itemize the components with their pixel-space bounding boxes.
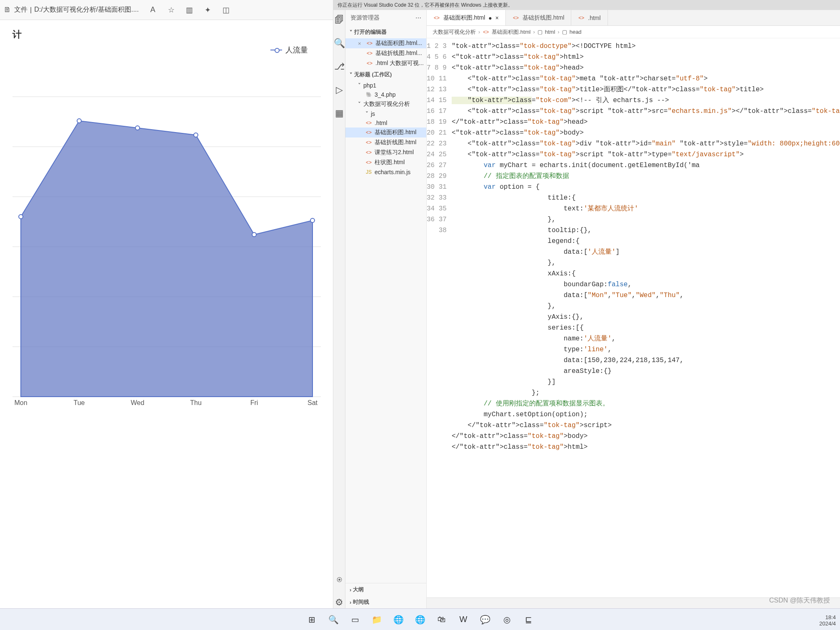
tab-bar: <> 基础面积图.html ● × <> 基础折线图.html <> .html xyxy=(427,10,840,26)
file-tree: ˅ php1 🐘 3_4.php ˅ 大数据可视化分析 ˅ js <> . xyxy=(345,81,426,177)
windows-taskbar: ⊞ 🔍 ▭ 📁 🌐 🌐 🛍 W 💬 ◎ ⊑ xyxy=(0,608,840,630)
svg-text:Thu: Thu xyxy=(190,399,202,405)
workspace-head[interactable]: ˅ 无标题 (工作区) xyxy=(345,68,426,81)
chevron-down-icon: ˅ xyxy=(365,110,368,117)
vscode-window: 你正在运行 Visual Studio Code 32 位，它不再被保持在 Wi… xyxy=(333,0,840,608)
js-icon: JS xyxy=(365,169,372,175)
php-icon: 🐘 xyxy=(365,92,372,98)
chevron-down-icon: ˅ xyxy=(350,72,352,78)
line-gutter: 1 2 3 4 5 6 7 8 9 10 11 12 13 14 15 16 1… xyxy=(427,38,452,598)
html-icon: <> xyxy=(482,29,489,35)
search-icon[interactable]: 🔍 xyxy=(333,38,345,49)
addr-path: D:/大数据可视化分析/基础面积图.... xyxy=(34,5,139,14)
open-editor-item[interactable]: <> .html 大数据可视... xyxy=(345,58,426,68)
html-icon: <> xyxy=(366,40,373,46)
system-clock[interactable]: 18:4 2024/4 xyxy=(819,614,836,627)
wechat-icon[interactable]: 💬 xyxy=(477,612,493,628)
more-icon[interactable]: ⋯ xyxy=(415,15,421,21)
folder-php1[interactable]: ˅ php1 xyxy=(345,81,426,90)
browser-toolbar: 🗎 文件 | D:/大数据可视化分析/基础面积图.... A ☆ ▥ ✦ ◫ xyxy=(0,0,333,20)
start-icon[interactable]: ⊞ xyxy=(304,612,320,628)
tab-html[interactable]: <> .html xyxy=(571,10,608,25)
timeline-section[interactable]: › 时间线 xyxy=(345,596,426,608)
text-size-icon[interactable]: A xyxy=(149,5,157,14)
code-body[interactable]: "tok-attr">class="tok-doctype"><!DOCTYPE… xyxy=(452,38,840,598)
activity-bar: 🗐 🔍 ⎇ ▷ ▦ ⍟ ⚙ xyxy=(333,10,345,608)
tag-icon: ▢ xyxy=(538,29,542,35)
source-control-icon[interactable]: ⎇ xyxy=(333,61,345,72)
chart-area: 计 人流量 Mon Tue Wed xyxy=(0,20,333,415)
file-item[interactable]: <> 柱状图.html xyxy=(345,158,426,168)
html-icon: <> xyxy=(365,140,372,145)
area-chart: Mon Tue Wed Thu Fri Sat xyxy=(12,63,321,405)
chevron-down-icon: ˅ xyxy=(350,29,352,35)
explorer-taskbar-icon[interactable]: 📁 xyxy=(369,612,385,628)
edge2-icon[interactable]: 🌐 xyxy=(412,612,428,628)
chrome-icon[interactable]: ◎ xyxy=(499,612,515,628)
taskview-icon[interactable]: ▭ xyxy=(347,612,363,628)
tab-line-chart[interactable]: <> 基础折线图.html xyxy=(506,10,571,25)
folder-dataviz[interactable]: ˅ 大数据可视化分析 xyxy=(345,99,426,109)
svg-point-9 xyxy=(135,126,140,130)
explorer-title: 资源管理器 xyxy=(350,14,380,22)
svg-text:Fri: Fri xyxy=(250,399,258,405)
close-icon[interactable]: × xyxy=(358,40,364,47)
star-icon[interactable]: ☆ xyxy=(167,5,175,15)
open-editors-head[interactable]: ˅ 打开的编辑器 xyxy=(345,26,426,38)
open-editor-item[interactable]: <> 基础折线图.html... xyxy=(345,48,426,58)
html-icon: <> xyxy=(365,120,372,126)
file-item[interactable]: <> .html xyxy=(345,118,426,128)
dirty-dot-icon: ● xyxy=(488,15,492,21)
breadcrumb[interactable]: 大数据可视化分析 › <> 基础面积图.html › ▢ html › ▢ he… xyxy=(427,26,840,38)
file-item[interactable]: <> 课堂练习2.html xyxy=(345,148,426,158)
svg-point-10 xyxy=(194,133,198,137)
chart-legend[interactable]: 人流量 xyxy=(12,45,320,55)
folder-js[interactable]: ˅ js xyxy=(345,109,426,118)
vscode-taskbar-icon[interactable]: ⊑ xyxy=(520,612,536,628)
collections-icon[interactable]: ▥ xyxy=(185,5,194,15)
editor-pane: <> 基础面积图.html ● × <> 基础折线图.html <> .html… xyxy=(427,10,840,608)
legend-marker-icon xyxy=(270,50,282,50)
explorer-icon[interactable]: 🗐 xyxy=(333,14,345,26)
browser-pane: 🗎 文件 | D:/大数据可视化分析/基础面积图.... A ☆ ▥ ✦ ◫ 计… xyxy=(0,0,333,608)
file-item[interactable]: 🐘 3_4.php xyxy=(345,90,426,99)
vscode-titlebar: 你正在运行 Visual Studio Code 32 位，它不再被保持在 Wi… xyxy=(333,0,840,10)
html-icon: <> xyxy=(365,160,372,165)
svg-text:Sat: Sat xyxy=(308,399,318,405)
tab-area-chart[interactable]: <> 基础面积图.html ● × xyxy=(427,10,506,25)
file-item[interactable]: <> 基础面积图.html xyxy=(345,128,426,138)
chevron-right-icon: › xyxy=(350,599,351,605)
close-icon[interactable]: × xyxy=(495,15,499,21)
search-taskbar-icon[interactable]: 🔍 xyxy=(325,612,341,628)
svg-text:Tue: Tue xyxy=(74,399,85,405)
file-item[interactable]: JS echarts.min.js xyxy=(345,168,426,177)
address-bar[interactable]: 🗎 文件 | D:/大数据可视化分析/基础面积图.... xyxy=(3,5,139,14)
store-icon[interactable]: 🛍 xyxy=(434,612,450,628)
file-icon: 🗎 xyxy=(3,5,12,14)
svg-point-11 xyxy=(252,232,256,237)
addr-prefix: 文件 xyxy=(14,5,28,14)
extensions-activity-icon[interactable]: ▦ xyxy=(333,108,345,119)
word-icon[interactable]: W xyxy=(455,612,471,628)
account-icon[interactable]: ⍟ xyxy=(333,573,345,585)
code-editor[interactable]: 1 2 3 4 5 6 7 8 9 10 11 12 13 14 15 16 1… xyxy=(427,38,840,598)
file-item[interactable]: <> 基础折线图.html xyxy=(345,138,426,148)
split-icon[interactable]: ◫ xyxy=(222,5,230,15)
gear-icon[interactable]: ⚙ xyxy=(333,597,345,608)
outline-section[interactable]: › 大纲 xyxy=(345,583,426,596)
html-icon: <> xyxy=(366,60,373,66)
tag-icon: ▢ xyxy=(562,29,567,35)
open-editor-item[interactable]: × <> 基础面积图.html... xyxy=(345,38,426,48)
html-icon: <> xyxy=(433,15,440,21)
run-debug-icon[interactable]: ▷ xyxy=(333,84,345,96)
chevron-down-icon: ˅ xyxy=(358,101,361,108)
chevron-right-icon: › xyxy=(350,587,351,593)
svg-point-12 xyxy=(310,218,315,222)
edge-icon[interactable]: 🌐 xyxy=(390,612,406,628)
chevron-down-icon: ˅ xyxy=(358,82,361,89)
html-icon: <> xyxy=(365,150,372,155)
extensions-icon[interactable]: ✦ xyxy=(204,5,212,15)
html-icon: <> xyxy=(578,15,585,21)
svg-text:Wed: Wed xyxy=(131,399,145,405)
sidebar: 资源管理器 ⋯ ˅ 打开的编辑器 × <> 基础面积图.html... <> 基… xyxy=(345,10,427,608)
